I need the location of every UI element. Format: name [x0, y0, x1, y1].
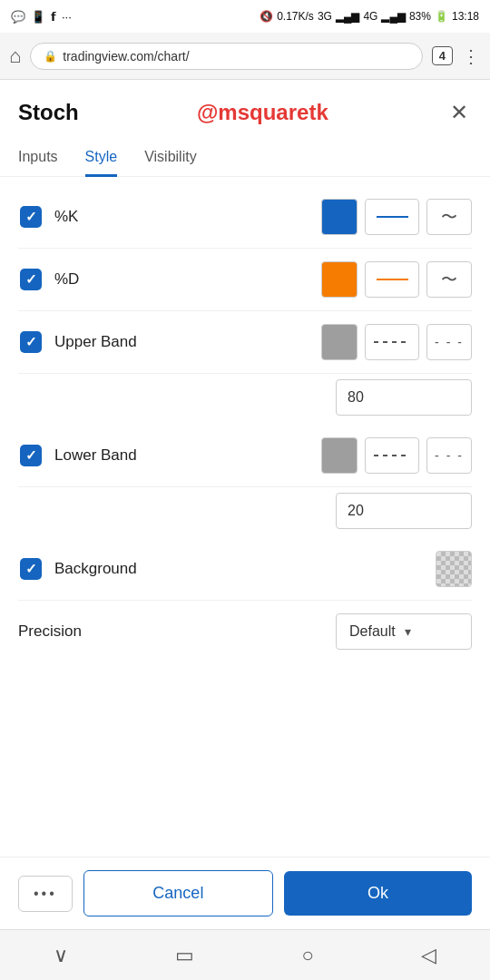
background-controls — [436, 551, 472, 587]
label-precision: Precision — [18, 622, 336, 641]
home-nav-icon[interactable]: ▭ — [175, 944, 194, 967]
checkbox-lowerband[interactable] — [20, 445, 42, 466]
close-icon[interactable]: ✕ — [446, 96, 472, 129]
tab-inputs[interactable]: Inputs — [18, 138, 58, 177]
tabs-container: Inputs Style Visibility — [0, 138, 490, 177]
wave-icon-pctd[interactable]: 〜 — [426, 261, 472, 298]
more-options-button[interactable]: ••• — [18, 876, 73, 912]
pctk-controls: 〜 — [321, 199, 472, 235]
modal-title-stoch: Stoch — [18, 100, 79, 125]
modal-footer: ••• Cancel Ok — [0, 857, 490, 929]
lowerband-value-row — [18, 487, 472, 538]
wave-icon-pctk[interactable]: 〜 — [426, 199, 472, 235]
battery-percent: 83% — [409, 10, 431, 23]
setting-row-background: Background — [18, 538, 472, 601]
modal-header: Stoch @msquaretk ✕ — [0, 80, 490, 138]
modal-title-handle: @msquaretk — [88, 100, 437, 125]
pctd-controls: 〜 — [321, 261, 472, 298]
checkbox-background[interactable] — [20, 558, 42, 580]
setting-row-pctd: %D 〜 — [18, 249, 472, 311]
label-upperband: Upper Band — [54, 333, 321, 351]
network-3g: 3G — [318, 10, 332, 23]
volume-icon: 🔇 — [260, 10, 273, 23]
setting-row-lowerband: Lower Band - - - — [18, 425, 472, 487]
dash-style-lowerband[interactable]: - - - — [426, 437, 472, 474]
checkbox-lowerband-wrapper — [18, 443, 44, 468]
precision-dropdown[interactable]: Default ▾ — [336, 613, 472, 650]
status-right: 🔇 0.17K/s 3G ▂▄▆ 4G ▂▄▆ 83% 🔋 13:18 — [260, 10, 479, 23]
lowerband-controls: - - - — [321, 437, 472, 474]
color-picker-background[interactable] — [436, 551, 472, 587]
cancel-button[interactable]: Cancel — [83, 870, 273, 916]
dash-style-upperband[interactable]: - - - — [426, 324, 472, 360]
browser-menu-icon[interactable]: ⋮ — [462, 45, 481, 67]
line-style-upperband[interactable] — [365, 324, 419, 360]
signal-icon: ▂▄▆ — [336, 10, 360, 23]
checkbox-pctd[interactable] — [20, 269, 42, 290]
tab-visibility[interactable]: Visibility — [144, 138, 197, 177]
lock-icon: 🔒 — [44, 50, 57, 63]
facebook-icon: 𝗳 — [51, 10, 56, 24]
label-background: Background — [54, 560, 436, 578]
browser-bar: ⌂ 🔒 tradingview.com/chart/ 4 ⋮ — [0, 33, 490, 80]
network-4g: 4G — [363, 10, 377, 23]
chevron-down-icon: ▾ — [405, 624, 411, 639]
nav-bar: ∨ ▭ ○ ◁ — [0, 929, 490, 980]
recents-icon[interactable]: ○ — [301, 944, 313, 967]
upperband-value-input[interactable] — [336, 379, 472, 416]
label-lowerband: Lower Band — [54, 446, 321, 465]
line-style-pctk[interactable] — [365, 199, 419, 235]
upperband-controls: - - - — [321, 324, 472, 360]
status-left: 💬 📱 𝗳 ··· — [11, 10, 72, 24]
signal-icon2: ▂▄▆ — [381, 10, 406, 23]
more-icon: ··· — [62, 10, 72, 24]
color-picker-lowerband[interactable] — [321, 437, 358, 474]
home-icon[interactable]: ⌂ — [9, 44, 21, 68]
checkbox-pctk[interactable] — [20, 206, 42, 228]
checkbox-background-wrapper — [18, 556, 44, 582]
color-picker-pctd[interactable] — [321, 261, 358, 298]
back-icon[interactable]: ∨ — [54, 944, 68, 967]
setting-row-precision: Precision Default ▾ — [18, 601, 472, 662]
tab-style[interactable]: Style — [85, 138, 118, 177]
setting-row-upperband: Upper Band - - - — [18, 311, 472, 374]
checkbox-upperband[interactable] — [20, 331, 42, 353]
line-style-lowerband[interactable] — [365, 437, 419, 474]
forward-icon[interactable]: ◁ — [421, 944, 436, 967]
precision-select-wrapper: Default ▾ — [336, 613, 472, 650]
label-pctk: %K — [54, 208, 321, 226]
line-style-pctd[interactable] — [365, 261, 419, 298]
checkbox-upperband-wrapper — [18, 329, 44, 355]
url-text: tradingview.com/chart/ — [63, 49, 189, 64]
upperband-value-row — [18, 374, 472, 425]
settings-body: %K 〜 %D 〜 — [0, 177, 490, 857]
battery-icon: 🔋 — [435, 10, 448, 23]
precision-value: Default — [349, 623, 396, 640]
lowerband-value-input[interactable] — [336, 493, 472, 529]
color-picker-upperband[interactable] — [321, 324, 358, 360]
checkbox-pctd-wrapper — [18, 267, 44, 292]
sim-icon: 📱 — [31, 10, 45, 24]
status-bar: 💬 📱 𝗳 ··· 🔇 0.17K/s 3G ▂▄▆ 4G ▂▄▆ 83% 🔋 … — [0, 0, 490, 33]
tab-count[interactable]: 4 — [432, 46, 453, 65]
time-display: 13:18 — [452, 10, 479, 23]
url-bar[interactable]: 🔒 tradingview.com/chart/ — [30, 43, 422, 70]
ok-button[interactable]: Ok — [284, 871, 472, 916]
data-speed: 0.17K/s — [277, 10, 314, 23]
setting-row-pctk: %K 〜 — [18, 186, 472, 249]
whatsapp-icon: 💬 — [11, 10, 25, 24]
checkbox-pctk-wrapper — [18, 204, 44, 230]
color-picker-pctk[interactable] — [321, 199, 358, 235]
modal: Stoch @msquaretk ✕ Inputs Style Visibili… — [0, 80, 490, 929]
label-pctd: %D — [54, 270, 321, 289]
